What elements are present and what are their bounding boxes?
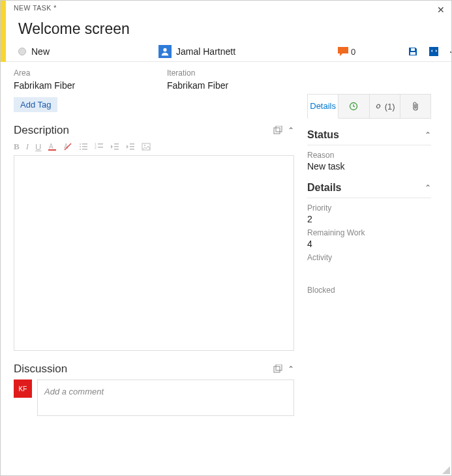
chevron-up-icon[interactable]: ⌃ [425, 130, 431, 140]
priority-label: Priority [307, 203, 431, 213]
font-color-icon[interactable]: A [48, 142, 57, 151]
comments-indicator[interactable]: 0 [338, 47, 355, 57]
iteration-value[interactable]: Fabrikam Fiber [167, 80, 320, 91]
svg-rect-11 [82, 143, 87, 145]
breadcrumb: NEW TASK * [14, 4, 57, 12]
svg-rect-28 [274, 366, 280, 372]
state-value[interactable]: New [31, 46, 50, 57]
svg-point-0 [163, 48, 166, 52]
svg-rect-1 [411, 48, 415, 51]
svg-rect-29 [276, 364, 282, 370]
svg-rect-24 [130, 146, 134, 147]
svg-point-27 [144, 145, 145, 146]
area-label: Area [14, 68, 167, 78]
svg-rect-21 [114, 146, 119, 147]
assignee[interactable]: Jamal Hartnett [158, 45, 235, 58]
status-panel-title: Status [307, 129, 339, 141]
svg-rect-7 [48, 149, 56, 151]
resize-grip-icon[interactable] [442, 466, 450, 474]
blocked-label: Blocked [307, 286, 431, 295]
discussion-heading: Discussion [14, 363, 67, 376]
clear-format-icon[interactable]: A [63, 142, 72, 151]
underline-icon[interactable]: U [35, 142, 41, 152]
reason-value[interactable]: New task [307, 161, 431, 171]
svg-rect-5 [276, 126, 282, 132]
svg-rect-19 [98, 147, 103, 148]
svg-rect-22 [114, 149, 119, 150]
svg-rect-3 [429, 47, 438, 56]
svg-rect-2 [410, 52, 415, 55]
close-icon[interactable]: ✕ [437, 5, 445, 15]
activity-value[interactable] [307, 263, 431, 274]
user-avatar: KF [14, 379, 32, 398]
work-item-header: NEW TASK * ✕ Welcome screen New Jamal Ha… [1, 1, 451, 62]
iteration-label: Iteration [167, 68, 320, 78]
link-icon [374, 102, 382, 110]
svg-point-12 [80, 146, 81, 147]
tab-history[interactable] [339, 95, 369, 118]
chevron-up-icon[interactable]: ⌃ [288, 126, 294, 135]
svg-rect-4 [274, 128, 280, 134]
classification-row: Area Fabrikam Fiber Iteration Fabrikam F… [1, 62, 451, 95]
refresh-icon[interactable] [428, 46, 440, 57]
remaining-work-value[interactable]: 4 [307, 239, 431, 249]
remaining-work-label: Remaining Work [307, 228, 431, 237]
area-value[interactable]: Fabrikam Fiber [14, 80, 167, 91]
svg-rect-20 [114, 143, 119, 145]
svg-rect-23 [130, 143, 134, 145]
comments-count: 0 [351, 47, 355, 57]
comment-input[interactable]: Add a comment [37, 379, 294, 416]
activity-label: Activity [307, 253, 431, 262]
description-input[interactable] [14, 155, 294, 351]
outdent-icon[interactable] [110, 142, 119, 151]
attachment-icon [412, 102, 419, 111]
italic-icon[interactable]: I [26, 141, 29, 152]
svg-rect-25 [130, 149, 134, 150]
svg-text:A: A [49, 143, 53, 150]
type-color-bar [1, 1, 6, 62]
work-item-title[interactable]: Welcome screen [18, 20, 130, 38]
bulleted-list-icon[interactable] [79, 142, 88, 151]
tab-links[interactable]: (1) [370, 95, 400, 118]
indent-icon[interactable] [126, 142, 135, 151]
priority-value[interactable]: 2 [307, 214, 431, 224]
svg-point-10 [80, 143, 81, 145]
svg-rect-13 [82, 146, 87, 147]
chevron-up-icon[interactable]: ⌃ [425, 183, 431, 192]
tab-details[interactable]: Details [308, 95, 339, 119]
add-tag-button[interactable]: Add Tag [14, 97, 57, 112]
description-heading: Description [14, 124, 69, 137]
assignee-name: Jamal Hartnett [176, 46, 235, 57]
chevron-up-icon[interactable]: ⌃ [288, 364, 294, 374]
reason-label: Reason [307, 151, 431, 160]
save-icon[interactable] [407, 46, 419, 57]
tab-attachments[interactable] [400, 95, 430, 118]
bold-icon[interactable]: B [14, 141, 20, 152]
history-icon [349, 102, 358, 111]
svg-text:2: 2 [95, 145, 97, 149]
side-tabs: Details (1) [307, 94, 431, 119]
avatar-icon [158, 45, 172, 58]
details-panel-title: Details [307, 182, 341, 194]
image-icon[interactable] [142, 142, 151, 151]
numbered-list-icon[interactable]: 12 [95, 142, 104, 151]
comment-icon [338, 47, 348, 56]
maximize-icon[interactable] [273, 364, 282, 374]
svg-rect-15 [82, 149, 87, 150]
rich-text-toolbar: B I U A A 12 [14, 141, 294, 155]
more-actions-icon[interactable]: ⋯ [449, 46, 452, 57]
maximize-icon[interactable] [273, 126, 282, 135]
svg-point-14 [80, 149, 81, 150]
svg-rect-17 [98, 143, 103, 145]
state-dot-icon [18, 48, 26, 55]
